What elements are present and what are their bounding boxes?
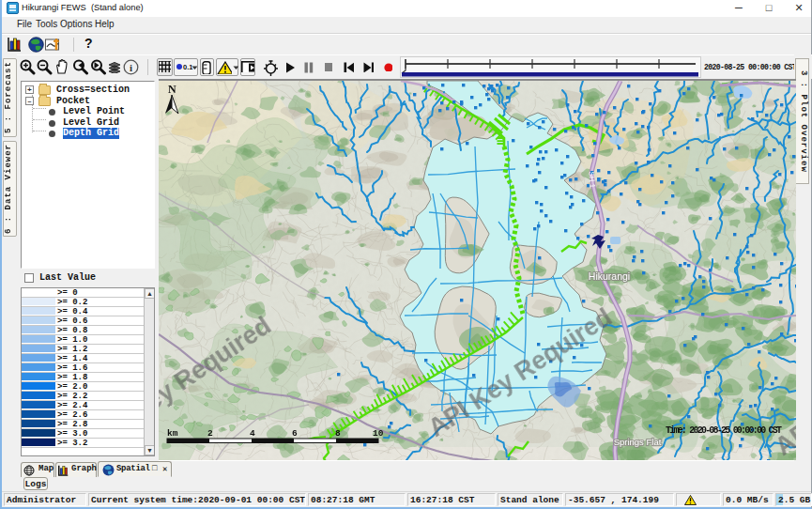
svg-text:km: km — [167, 428, 178, 439]
svg-text:2: 2 — [207, 428, 213, 439]
svg-text:4: 4 — [250, 428, 255, 439]
svg-text:Hikurangi: Hikurangi — [589, 270, 630, 282]
svg-text:i: i — [130, 62, 132, 73]
svg-text:8: 8 — [335, 428, 341, 439]
svg-text:6: 6 — [292, 428, 298, 439]
svg-text:10: 10 — [373, 428, 384, 439]
svg-text:N: N — [168, 83, 176, 96]
svg-text:SH 1: SH 1 — [588, 171, 597, 189]
svg-text:Time: 2020-08-25 00:00:00 CST: Time: 2020-08-25 00:00:00 CST — [666, 425, 782, 436]
svg-text:Springs Flat: Springs Flat — [614, 437, 662, 447]
